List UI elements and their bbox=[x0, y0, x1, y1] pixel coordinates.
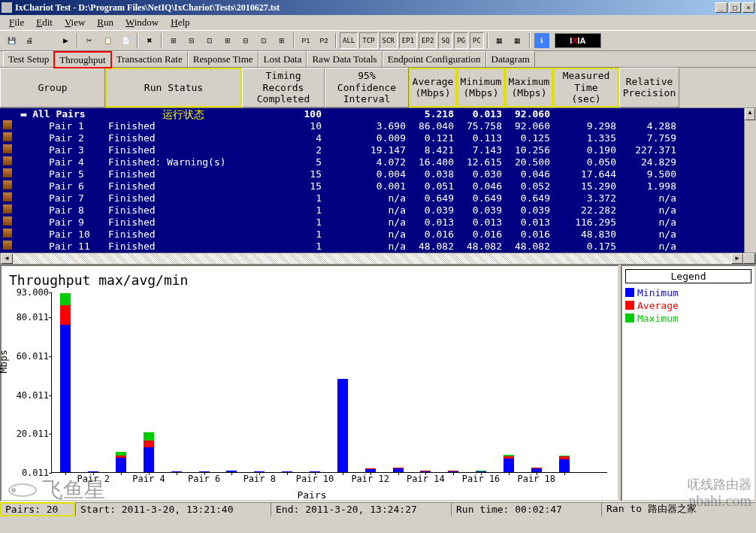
column-header[interactable]: Timing Records Completed bbox=[242, 68, 325, 108]
link-icon[interactable]: ⊡ bbox=[201, 32, 218, 49]
pair-icon bbox=[3, 204, 12, 214]
info-icon[interactable]: ℹ bbox=[534, 32, 550, 49]
horizontal-scrollbar[interactable]: ◄ ► bbox=[0, 253, 756, 265]
status-end: End: 2011-3-20, 13:24:27 bbox=[271, 502, 451, 516]
x-tick-label: Pair 8 bbox=[243, 474, 276, 484]
net4-icon[interactable]: ⊞ bbox=[274, 32, 290, 49]
ixia-logo: IXIA bbox=[555, 33, 601, 48]
annotation-label: 运行状态 bbox=[162, 108, 204, 122]
cut-icon[interactable]: ✂ bbox=[81, 32, 98, 49]
toolbar-all-button[interactable]: ALL bbox=[340, 32, 358, 49]
column-header[interactable]: Relative Precision bbox=[619, 68, 679, 108]
x-tick-label: Pair 10 bbox=[296, 474, 334, 484]
pair1-icon[interactable]: P1 bbox=[298, 32, 314, 49]
net2-icon[interactable]: ⊟ bbox=[237, 32, 254, 49]
copy-icon[interactable]: 📋 bbox=[99, 32, 116, 49]
paste-icon[interactable]: 📄 bbox=[117, 32, 134, 49]
toolbar-sq-button[interactable]: SQ bbox=[438, 32, 452, 49]
run-icon[interactable]: ▶ bbox=[57, 32, 74, 49]
tab-datagram[interactable]: Datagram bbox=[486, 51, 535, 67]
scroll-left-icon[interactable]: ◄ bbox=[1, 253, 13, 264]
x-tick-label: Pair 14 bbox=[407, 474, 445, 484]
bar bbox=[116, 452, 126, 471]
column-header[interactable]: Run Status bbox=[105, 68, 242, 108]
net1-icon[interactable]: ⊞ bbox=[219, 32, 236, 49]
table-row[interactable]: Pair 4Finished: Warning(s)54.07216.40012… bbox=[0, 156, 744, 168]
column-header[interactable]: 95% Confidence Interval bbox=[325, 68, 409, 108]
chart-pane: Throughput max/avg/min Mbps 0.01120.0114… bbox=[0, 265, 619, 501]
toolbar-pg-button[interactable]: PG bbox=[454, 32, 468, 49]
tab-endpoint-configuration[interactable]: Endpoint Configuration bbox=[383, 51, 486, 67]
menu-edit[interactable]: Edit bbox=[30, 15, 59, 30]
legend-swatch bbox=[625, 301, 634, 310]
pair2-icon[interactable]: P2 bbox=[316, 32, 332, 49]
menu-run[interactable]: Run bbox=[91, 15, 119, 30]
table-row[interactable]: Pair 6Finished150.0010.0510.0460.05215.2… bbox=[0, 180, 744, 192]
maximize-button[interactable]: □ bbox=[729, 2, 741, 13]
window-buttons: _ □ × bbox=[715, 2, 754, 13]
lower-pane: Throughput max/avg/min Mbps 0.01120.0114… bbox=[0, 265, 756, 501]
grid-icon[interactable]: ▦ bbox=[491, 32, 508, 49]
table-row[interactable]: Pair 11Finished1n/a48.08248.08248.0820.1… bbox=[0, 241, 744, 253]
status-ranto: Ran to 路由器之家 bbox=[601, 502, 756, 516]
print-icon[interactable]: 🖨 bbox=[21, 32, 38, 49]
pair-icon bbox=[3, 192, 12, 201]
legend-item: Average bbox=[625, 299, 751, 312]
column-header[interactable]: Maximum (Mbps) bbox=[505, 68, 553, 108]
endpoint1-icon[interactable]: ⊞ bbox=[165, 32, 182, 49]
scroll-right-icon[interactable]: ► bbox=[731, 253, 743, 264]
pair-icon bbox=[3, 156, 12, 165]
scroll-track[interactable] bbox=[13, 253, 731, 264]
scroll-up-icon[interactable]: ▲ bbox=[745, 108, 755, 120]
tab-test-setup[interactable]: Test Setup bbox=[3, 51, 54, 67]
column-header[interactable]: Group bbox=[0, 68, 105, 108]
menu-view[interactable]: View bbox=[59, 15, 91, 30]
tab-response-time[interactable]: Response Time bbox=[188, 51, 259, 67]
column-header[interactable]: Minimum (Mbps) bbox=[457, 68, 505, 108]
legend-label: Maximum bbox=[637, 313, 679, 324]
toolbar-ep2-button[interactable]: EP2 bbox=[419, 32, 437, 49]
menu-help[interactable]: Help bbox=[165, 15, 195, 30]
endpoint2-icon[interactable]: ⊟ bbox=[183, 32, 200, 49]
y-tick-label: 40.011 bbox=[11, 390, 49, 401]
y-axis-label: Mbps bbox=[0, 350, 9, 373]
bar bbox=[144, 432, 154, 472]
pair-icon bbox=[3, 120, 12, 129]
menu-window[interactable]: Window bbox=[119, 15, 165, 30]
table-row[interactable]: ▬ All Pairs1005.2180.01392.060 bbox=[0, 108, 744, 120]
column-header[interactable]: Average (Mbps) bbox=[409, 68, 457, 108]
table-row[interactable]: Pair 3Finished219.1478.4217.14310.2560.1… bbox=[0, 144, 744, 156]
table-row[interactable]: Pair 1Finished103.69086.04075.75892.0609… bbox=[0, 120, 744, 132]
bar bbox=[337, 379, 348, 472]
toolbar-pc-button[interactable]: PC bbox=[470, 32, 484, 49]
tab-lost-data[interactable]: Lost Data bbox=[259, 51, 307, 67]
chart-title: Throughput max/avg/min bbox=[9, 272, 615, 288]
settings-icon[interactable]: ▦ bbox=[510, 32, 526, 49]
table-row[interactable]: Pair 5Finished150.0040.0380.0300.04617.6… bbox=[0, 168, 744, 180]
disk-icon[interactable]: 💾 bbox=[3, 32, 20, 49]
table-row[interactable]: Pair 9Finished1n/a0.0130.0130.013116.295… bbox=[0, 217, 744, 229]
toolbar-ep1-button[interactable]: EP1 bbox=[399, 32, 417, 49]
net3-icon[interactable]: ⊡ bbox=[256, 32, 272, 49]
toolbar-tcp-button[interactable]: TCP bbox=[359, 32, 377, 49]
table-row[interactable]: Pair 7Finished1n/a0.6490.6490.6493.372n/… bbox=[0, 192, 744, 204]
bar bbox=[503, 455, 514, 472]
legend-label: Average bbox=[637, 300, 679, 311]
table-row[interactable]: Pair 2Finished40.0090.1210.1130.1251.335… bbox=[0, 132, 744, 144]
table-row[interactable]: Pair 10Finished1n/a0.0160.0160.01648.830… bbox=[0, 229, 744, 241]
bar bbox=[60, 293, 71, 472]
status-bar: Pairs: 20 Start: 2011-3-20, 13:21:40 End… bbox=[0, 501, 756, 516]
tab-throughput[interactable]: Throughput bbox=[54, 52, 110, 68]
table-row[interactable]: Pair 8Finished1n/a0.0390.0390.03922.282n… bbox=[0, 204, 744, 217]
toolbar-icon[interactable] bbox=[39, 32, 56, 49]
minimize-button[interactable]: _ bbox=[715, 2, 727, 13]
column-header[interactable]: Measured Time (sec) bbox=[553, 68, 619, 108]
tab-transaction-rate[interactable]: Transaction Rate bbox=[111, 51, 188, 67]
toolbar-scr-button[interactable]: SCR bbox=[380, 32, 398, 49]
tab-raw-data-totals[interactable]: Raw Data Totals bbox=[307, 51, 382, 67]
vertical-scrollbar[interactable]: ▲ bbox=[744, 108, 756, 253]
close-button[interactable]: × bbox=[742, 2, 754, 13]
grid-body[interactable]: ▬ All Pairs1005.2180.01392.060 Pair 1Fin… bbox=[0, 108, 744, 253]
delete-icon[interactable]: ✖ bbox=[141, 32, 158, 49]
menu-file[interactable]: File bbox=[3, 15, 30, 30]
